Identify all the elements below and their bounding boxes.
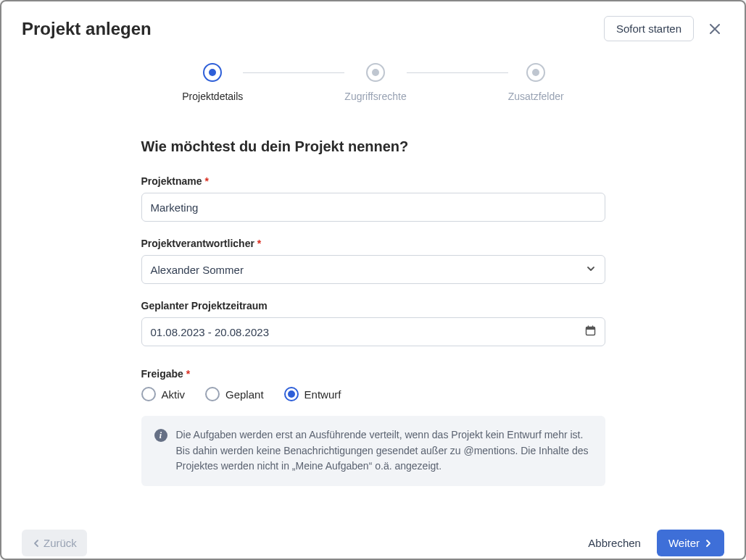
freigabe-radio-group: Aktiv Geplant Entwurf	[141, 387, 605, 401]
projektzeitraum-label: Geplanter Projektzeitraum	[141, 300, 605, 312]
required-marker: *	[204, 175, 208, 187]
step-circle-icon	[366, 63, 385, 82]
radio-label: Entwurf	[304, 388, 341, 401]
chevron-left-icon	[32, 539, 41, 548]
projektverantwortlicher-label: Projektverantwortlicher *	[141, 238, 605, 249]
step-connector	[243, 72, 344, 74]
field-freigabe: Freigabe * Aktiv Geplant Entwurf	[141, 368, 605, 486]
cancel-button[interactable]: Abbrechen	[588, 537, 641, 549]
step-label: Zugriffsrechte	[344, 91, 406, 102]
info-icon: i	[154, 429, 167, 442]
step-circle-icon	[203, 63, 222, 82]
modal-header: Projekt anlegen Sofort starten	[1, 1, 745, 41]
radio-label: Geplant	[225, 388, 264, 401]
chevron-down-icon	[586, 264, 596, 276]
svg-rect-1	[586, 327, 594, 330]
radio-icon	[205, 387, 220, 401]
header-actions: Sofort starten	[604, 16, 724, 41]
next-label: Weiter	[668, 537, 700, 549]
date-value: 01.08.2023 - 20.08.2023	[151, 326, 269, 338]
step-zusatzfelder[interactable]: Zusatzfelder	[508, 63, 564, 102]
radio-geplant[interactable]: Geplant	[205, 387, 264, 401]
back-button: Zurück	[22, 530, 87, 556]
next-button[interactable]: Weiter	[657, 530, 724, 556]
create-project-modal: Projekt anlegen Sofort starten Projektde…	[0, 0, 746, 560]
modal-footer: Zurück Abbrechen Weiter	[1, 517, 745, 560]
modal-title: Projekt anlegen	[22, 19, 152, 39]
select-value: Alexander Sommer	[151, 264, 244, 276]
info-box: i Die Aufgaben werden erst an Ausführend…	[141, 416, 605, 486]
radio-label: Aktiv	[162, 388, 186, 401]
chevron-right-icon	[704, 539, 713, 548]
projektverantwortlicher-select[interactable]: Alexander Sommer	[141, 255, 605, 284]
required-marker: *	[186, 368, 190, 380]
field-projektverantwortlicher: Projektverantwortlicher * Alexander Somm…	[141, 238, 605, 284]
step-projektdetails[interactable]: Projektdetails	[182, 63, 243, 102]
step-zugriffsrechte[interactable]: Zugriffsrechte	[344, 63, 406, 102]
info-text: Die Aufgaben werden erst an Ausführende …	[176, 427, 592, 475]
projektzeitraum-input[interactable]: 01.08.2023 - 20.08.2023	[141, 317, 605, 346]
section-heading: Wie möchtest du dein Projekt nennen?	[141, 138, 605, 155]
projektname-label: Projektname *	[141, 175, 605, 187]
field-projektname: Projektname *	[141, 175, 605, 222]
step-label: Zusatzfelder	[508, 91, 564, 102]
start-now-button[interactable]: Sofort starten	[604, 16, 694, 41]
calendar-icon	[585, 325, 596, 338]
footer-right: Abbrechen Weiter	[588, 530, 724, 556]
step-label: Projektdetails	[182, 91, 243, 102]
radio-aktiv[interactable]: Aktiv	[141, 387, 186, 401]
projektname-input[interactable]	[141, 193, 605, 222]
stepper: Projektdetails Zugriffsrechte Zusatzfeld…	[1, 63, 745, 102]
radio-icon	[141, 387, 156, 401]
back-label: Zurück	[43, 537, 77, 549]
close-icon	[710, 24, 720, 34]
step-circle-icon	[526, 63, 545, 82]
required-marker: *	[257, 238, 261, 249]
form-content: Wie möchtest du dein Projekt nennen? Pro…	[1, 102, 745, 517]
close-button[interactable]	[705, 20, 724, 38]
radio-icon	[284, 387, 299, 401]
field-projektzeitraum: Geplanter Projektzeitraum 01.08.2023 - 2…	[141, 300, 605, 346]
step-connector	[407, 72, 508, 74]
radio-entwurf[interactable]: Entwurf	[284, 387, 341, 401]
freigabe-label: Freigabe *	[141, 368, 605, 380]
